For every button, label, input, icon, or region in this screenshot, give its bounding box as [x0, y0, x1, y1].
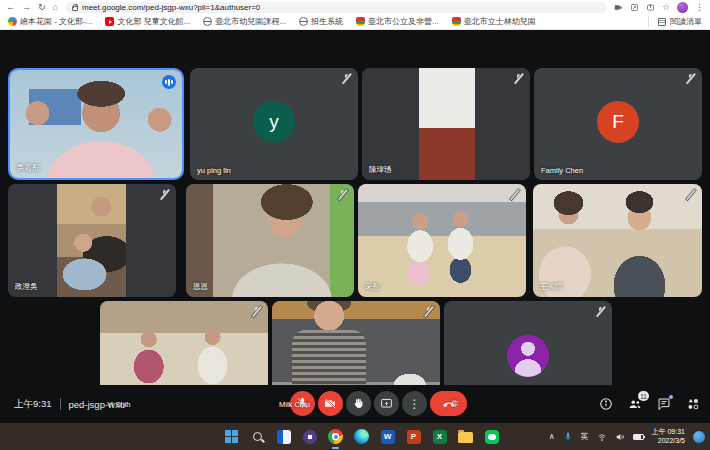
- start-button[interactable]: [224, 429, 239, 444]
- avatar-letter: F: [597, 101, 639, 143]
- leave-call-button[interactable]: [430, 391, 467, 416]
- tray-expand-icon[interactable]: ∧: [549, 433, 555, 441]
- search-button[interactable]: [250, 429, 265, 444]
- participants-button[interactable]: 11: [628, 397, 642, 411]
- volume-icon[interactable]: [615, 432, 625, 442]
- participant-name: yu ping lin: [197, 166, 231, 175]
- bookmark-item[interactable]: 文化部 兒童文化館...: [105, 16, 190, 27]
- participant-count-badge: 11: [638, 391, 649, 401]
- globe-favicon: [203, 17, 212, 26]
- raise-hand-button[interactable]: [346, 391, 371, 416]
- mic-muted-icon: [595, 306, 606, 318]
- word-button[interactable]: W: [380, 429, 395, 444]
- participant-name: 王湘晴: [540, 282, 563, 292]
- participant-name: Yi Shih: [107, 400, 131, 409]
- excel-icon: X: [433, 430, 447, 444]
- participant-tile[interactable]: 陳瑋琇: [362, 68, 530, 180]
- back-icon[interactable]: ←: [6, 3, 15, 12]
- participant-name: 采彤: [365, 282, 380, 292]
- mic-muted-icon: [423, 306, 434, 318]
- crest-favicon: [452, 17, 461, 26]
- video-feed: [186, 184, 354, 297]
- more-dots-icon: ⋮: [409, 398, 421, 410]
- participant-tile[interactable]: F Family Chen: [534, 68, 702, 180]
- bookmark-item[interactable]: 臺北市公立及非營...: [356, 16, 439, 27]
- edge-button[interactable]: [354, 429, 369, 444]
- url-text[interactable]: meet.google.com/ped-jsgp-wxu?pli=1&authu…: [82, 3, 260, 12]
- tray-mic-icon[interactable]: [563, 432, 573, 442]
- participant-tile[interactable]: y yu ping lin: [190, 68, 358, 180]
- bookmark-item[interactable]: 招生系統: [299, 16, 343, 27]
- toolbar-right: ☆ ⋮: [614, 2, 704, 13]
- globe-favicon: [299, 17, 308, 26]
- reload-icon[interactable]: ↻: [38, 3, 46, 12]
- participant-name: Milk Chiu: [279, 400, 310, 409]
- battery-icon[interactable]: [633, 434, 644, 440]
- bookmark-star-icon[interactable]: ☆: [662, 3, 670, 12]
- powerpoint-button[interactable]: P: [406, 429, 421, 444]
- widgets-button[interactable]: [276, 429, 291, 444]
- search-icon: [253, 432, 262, 441]
- line-icon: [485, 430, 499, 444]
- open-in-window-icon[interactable]: [630, 3, 639, 12]
- chrome-icon: [328, 429, 343, 444]
- participant-tile[interactable]: 政澄吳: [8, 184, 176, 297]
- windows-taskbar: W P X ∧ 英 上午 09:31 2022/3/5: [0, 423, 710, 450]
- line-app-button[interactable]: [484, 429, 499, 444]
- notification-icon[interactable]: [693, 431, 705, 443]
- bookmark-label: 臺北市幼兒園課程...: [215, 16, 286, 27]
- audio-level-icon: [162, 75, 176, 89]
- present-screen-button[interactable]: [374, 391, 399, 416]
- bookmark-label: 招生系統: [311, 16, 343, 27]
- activities-button[interactable]: [686, 397, 700, 411]
- participant-tile-self[interactable]: 吳若彤: [8, 68, 184, 180]
- wifi-icon[interactable]: [597, 432, 607, 442]
- bookmark-label: 臺北市公立及非營...: [368, 16, 439, 27]
- system-tray: ∧ 英 上午 09:31 2022/3/5: [549, 423, 705, 450]
- participant-tile[interactable]: 恩恩: [186, 184, 354, 297]
- browser-menu-icon[interactable]: ⋮: [695, 3, 704, 12]
- chat-button[interactable]: [657, 397, 671, 411]
- address-bar[interactable]: meet.google.com/ped-jsgp-wxu?pli=1&authu…: [65, 2, 607, 13]
- bookmark-item[interactable]: 臺北市立士林幼兒園: [452, 16, 536, 27]
- participant-tile[interactable]: 王湘晴: [533, 184, 702, 297]
- mic-muted-icon: [513, 73, 524, 85]
- forward-icon[interactable]: →: [22, 3, 31, 12]
- taskbar-clock[interactable]: 上午 09:31 2022/3/5: [652, 428, 685, 445]
- bookmark-label: 繪本花園 - 文化部-...: [20, 16, 92, 27]
- reading-list-label: 閱讀清單: [670, 16, 702, 27]
- ime-indicator[interactable]: 英: [581, 433, 589, 441]
- bookmark-item[interactable]: 臺北市幼兒園課程...: [203, 16, 286, 27]
- more-options-button[interactable]: ⋮: [402, 391, 427, 416]
- chat-unread-dot: [669, 395, 673, 399]
- clock-date: 2022/3/5: [652, 437, 685, 445]
- lock-icon: [72, 6, 78, 11]
- mic-muted-icon: [251, 306, 262, 318]
- clock-time: 上午 09:31: [652, 428, 685, 436]
- meeting-panels: 11: [599, 385, 700, 423]
- widgets-icon: [277, 430, 291, 444]
- chat-app-icon: [303, 430, 317, 444]
- avatar-silhouette: [507, 334, 549, 376]
- excel-button[interactable]: X: [432, 429, 447, 444]
- chrome-button[interactable]: [328, 429, 343, 444]
- bookmark-item[interactable]: 繪本花園 - 文化部-...: [8, 16, 92, 27]
- camera-permission-icon[interactable]: [614, 3, 623, 12]
- participant-name: 你: [451, 399, 459, 409]
- camera-toggle-button[interactable]: [318, 391, 343, 416]
- crest-favicon: [356, 17, 365, 26]
- participant-name: 恩恩: [193, 282, 208, 292]
- chat-app-button[interactable]: [302, 429, 317, 444]
- reading-list-icon: [658, 18, 666, 26]
- file-explorer-button[interactable]: [458, 429, 473, 444]
- participant-tile[interactable]: 采彤: [358, 184, 526, 297]
- screen: ← → ↻ ⌂ meet.google.com/ped-jsgp-wxu?pli…: [0, 0, 710, 450]
- reading-list-button[interactable]: 閱讀清單: [648, 16, 702, 27]
- meeting-details-button[interactable]: [599, 397, 613, 411]
- avatar-letter: y: [253, 101, 295, 143]
- profile-avatar[interactable]: [677, 2, 688, 13]
- share-icon[interactable]: [646, 3, 655, 12]
- home-icon[interactable]: ⌂: [53, 3, 58, 12]
- bookmark-label: 文化部 兒童文化館...: [117, 16, 190, 27]
- word-icon: W: [381, 430, 395, 444]
